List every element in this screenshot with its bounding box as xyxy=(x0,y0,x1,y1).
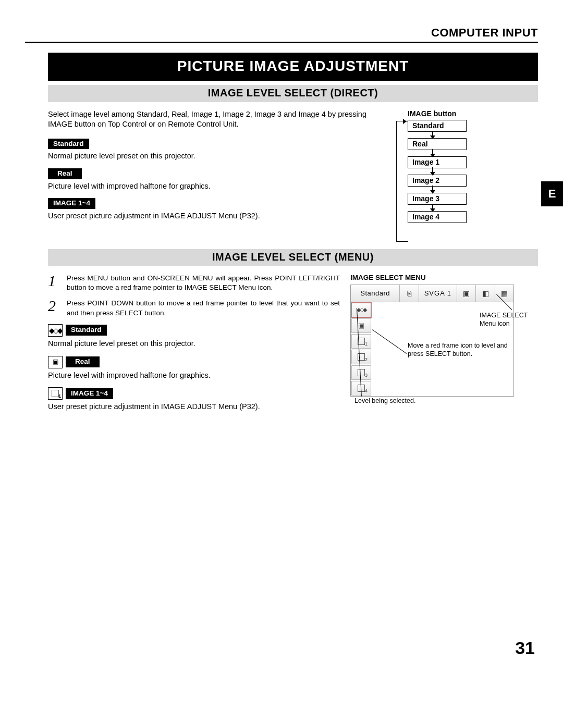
desc-image14: User preset picture adjustment in IMAGE … xyxy=(48,211,371,221)
callout-icon: IMAGE SELECT Menu icon xyxy=(480,311,537,328)
section2-banner: IMAGE LEVEL SELECT (MENU) xyxy=(48,249,538,266)
step-2-num: 2 xyxy=(48,299,59,317)
section2-left: 1 Press MENU button and ON-SCREEN MENU w… xyxy=(48,274,340,419)
pill-standard: Standard xyxy=(48,139,89,150)
section1-intro: Select image level among Standard, Real,… xyxy=(48,109,371,129)
flow-title: IMAGE button xyxy=(408,109,538,118)
osd-imgselect-icon: ▣ xyxy=(457,285,476,302)
osd-item-img1: 1 xyxy=(351,334,371,349)
flow-image2: Image 2 xyxy=(408,175,467,187)
desc2-real: Picture level with improved halftone for… xyxy=(48,371,340,380)
page-number: 31 xyxy=(25,638,538,658)
desc2-standard: Normal picture level preset on this proj… xyxy=(48,339,340,349)
osd-item-img2: 2 xyxy=(351,350,371,364)
pill2-real: Real xyxy=(66,356,100,367)
flow-standard: Standard xyxy=(408,120,467,132)
step-1-num: 1 xyxy=(48,274,59,292)
side-tab-e: E xyxy=(541,181,563,206)
flow-image3: Image 3 xyxy=(408,193,467,205)
menu-title: IMAGE SELECT MENU xyxy=(350,274,538,281)
osd-svga: SVGA 1 xyxy=(419,285,458,302)
flow-image4: Image 4 xyxy=(408,211,467,223)
osd-screen-icon: ▦ xyxy=(495,285,513,302)
pill-real: Real xyxy=(48,168,82,179)
icon-standard: ◆◇◆ xyxy=(48,324,63,337)
page-header: COMPUTER INPUT xyxy=(25,26,538,43)
osd-item-real: ▣ xyxy=(351,318,371,333)
section1-left: Select image level among Standard, Real,… xyxy=(48,109,371,228)
osd-mode-label: Standard xyxy=(351,285,400,302)
section1-banner: IMAGE LEVEL SELECT (DIRECT) xyxy=(48,85,538,102)
step-2-text: Press POINT DOWN button to move a red fr… xyxy=(67,299,340,317)
pill-image14: IMAGE 1~4 xyxy=(48,198,95,209)
callout-move: Move a red frame icon to level and press… xyxy=(408,341,522,359)
callout-level: Level being selected. xyxy=(354,397,459,405)
flow-diagram: IMAGE button Standard Real Image 1 Image… xyxy=(382,109,538,223)
pill2-standard: Standard xyxy=(66,325,107,336)
icon-real: ▣ xyxy=(48,356,63,368)
desc-standard: Normal picture level preset on this proj… xyxy=(48,151,371,161)
header-title: COMPUTER INPUT xyxy=(25,26,538,41)
main-banner: PICTURE IMAGE ADJUSTMENT xyxy=(48,53,538,81)
icon-image14: 1 xyxy=(48,387,63,400)
desc2-image14: User preset picture adjustment in IMAGE … xyxy=(48,402,340,412)
osd-mock: Standard ⎘ SVGA 1 ▣ ◧ ▦ ◆◇◆ ▣ 1 2 3 4 xyxy=(350,285,514,397)
step-1-text: Press MENU button and ON-SCREEN MENU wil… xyxy=(67,274,340,292)
desc-real: Picture level with improved halftone for… xyxy=(48,181,371,191)
flow-image1: Image 1 xyxy=(408,156,467,168)
osd-item-img3: 3 xyxy=(351,365,371,380)
osd-input-icon: ⎘ xyxy=(400,285,419,302)
flow-real: Real xyxy=(408,138,467,150)
osd-adjust-icon: ◧ xyxy=(476,285,495,302)
osd-item-standard: ◆◇◆ xyxy=(351,303,371,317)
pill2-image14: IMAGE 1~4 xyxy=(66,388,113,399)
